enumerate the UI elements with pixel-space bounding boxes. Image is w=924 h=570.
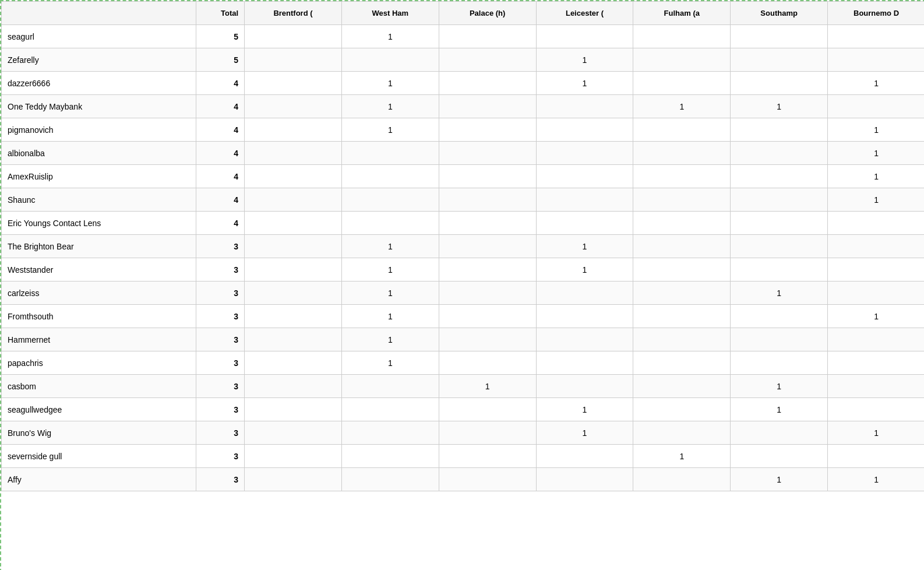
cell-leicester: 1 (536, 48, 633, 72)
cell-palace (439, 48, 536, 72)
cell-leicester: 1 (536, 235, 633, 258)
col-westham: West Ham (341, 2, 439, 25)
cell-brentford (245, 142, 342, 165)
table-row: papachris31 (2, 351, 925, 375)
cell-brentford (245, 351, 342, 375)
cell-name: Eric Youngs Contact Lens (2, 212, 196, 235)
cell-palace (439, 72, 536, 95)
cell-total: 4 (196, 72, 244, 95)
cell-leicester (536, 351, 633, 375)
cell-palace (439, 142, 536, 165)
cell-palace (439, 235, 536, 258)
cell-name: dazzer6666 (2, 72, 196, 95)
col-leicester: Leicester ( (536, 2, 633, 25)
cell-southampton: 1 (731, 282, 828, 305)
cell-palace (439, 468, 536, 491)
table-row: Shaunc41 (2, 188, 925, 212)
cell-brentford (245, 258, 342, 282)
cell-southampton (731, 165, 828, 188)
table-row: dazzer66664111 (2, 72, 925, 95)
cell-total: 3 (196, 445, 244, 468)
cell-westham: 1 (341, 25, 439, 48)
cell-name: papachris (2, 351, 196, 375)
cell-westham (341, 468, 439, 491)
cell-palace (439, 445, 536, 468)
cell-fulham (633, 165, 731, 188)
cell-bournemouth (828, 445, 924, 468)
cell-leicester (536, 375, 633, 398)
cell-total: 5 (196, 48, 244, 72)
cell-bournemouth: 1 (828, 188, 924, 212)
cell-brentford (245, 421, 342, 445)
cell-southampton: 1 (731, 95, 828, 118)
cell-total: 4 (196, 95, 244, 118)
cell-bournemouth (828, 25, 924, 48)
cell-name: Zefarelly (2, 48, 196, 72)
cell-fulham: 1 (633, 445, 731, 468)
cell-bournemouth: 1 (828, 468, 924, 491)
cell-bournemouth: 1 (828, 142, 924, 165)
table-row: AmexRuislip41 (2, 165, 925, 188)
cell-fulham (633, 235, 731, 258)
cell-southampton (731, 212, 828, 235)
cell-palace (439, 258, 536, 282)
cell-leicester (536, 212, 633, 235)
cell-name: Weststander (2, 258, 196, 282)
table-row: Hammernet31 (2, 328, 925, 351)
cell-southampton (731, 258, 828, 282)
cell-bournemouth (828, 95, 924, 118)
col-palace: Palace (h) (439, 2, 536, 25)
table-outer-border: Total Brentford ( West Ham Palace (h) Le… (0, 0, 924, 570)
cell-southampton (731, 445, 828, 468)
cell-name: AmexRuislip (2, 165, 196, 188)
cell-bournemouth (828, 282, 924, 305)
cell-brentford (245, 188, 342, 212)
cell-bournemouth (828, 48, 924, 72)
cell-southampton (731, 48, 828, 72)
header-row: Total Brentford ( West Ham Palace (h) Le… (2, 2, 925, 25)
cell-palace (439, 351, 536, 375)
main-container: Total Brentford ( West Ham Palace (h) Le… (1, 1, 924, 570)
cell-total: 3 (196, 351, 244, 375)
cell-total: 4 (196, 165, 244, 188)
cell-westham (341, 165, 439, 188)
cell-southampton (731, 351, 828, 375)
cell-leicester (536, 328, 633, 351)
cell-name: severnside gull (2, 445, 196, 468)
cell-fulham (633, 328, 731, 351)
cell-brentford (245, 25, 342, 48)
cell-name: albionalba (2, 142, 196, 165)
cell-name: pigmanovich (2, 118, 196, 142)
cell-total: 5 (196, 25, 244, 48)
cell-brentford (245, 95, 342, 118)
cell-leicester (536, 118, 633, 142)
cell-westham: 1 (341, 305, 439, 328)
col-fulham: Fulham (a (633, 2, 731, 25)
cell-fulham (633, 25, 731, 48)
cell-palace (439, 95, 536, 118)
cell-fulham: 1 (633, 95, 731, 118)
cell-bournemouth (828, 235, 924, 258)
cell-bournemouth (828, 375, 924, 398)
cell-westham: 1 (341, 282, 439, 305)
cell-brentford (245, 445, 342, 468)
scores-table: Total Brentford ( West Ham Palace (h) Le… (1, 1, 924, 491)
cell-total: 4 (196, 188, 244, 212)
cell-bournemouth: 1 (828, 72, 924, 95)
cell-palace (439, 305, 536, 328)
cell-palace (439, 282, 536, 305)
cell-westham: 1 (341, 258, 439, 282)
cell-brentford (245, 305, 342, 328)
cell-southampton (731, 142, 828, 165)
cell-name: Hammernet (2, 328, 196, 351)
cell-bournemouth: 1 (828, 421, 924, 445)
cell-bournemouth: 1 (828, 165, 924, 188)
cell-name: casbom (2, 375, 196, 398)
cell-brentford (245, 375, 342, 398)
cell-fulham (633, 421, 731, 445)
cell-name: Affy (2, 468, 196, 491)
cell-bournemouth (828, 258, 924, 282)
cell-leicester (536, 95, 633, 118)
cell-westham (341, 398, 439, 421)
cell-fulham (633, 398, 731, 421)
